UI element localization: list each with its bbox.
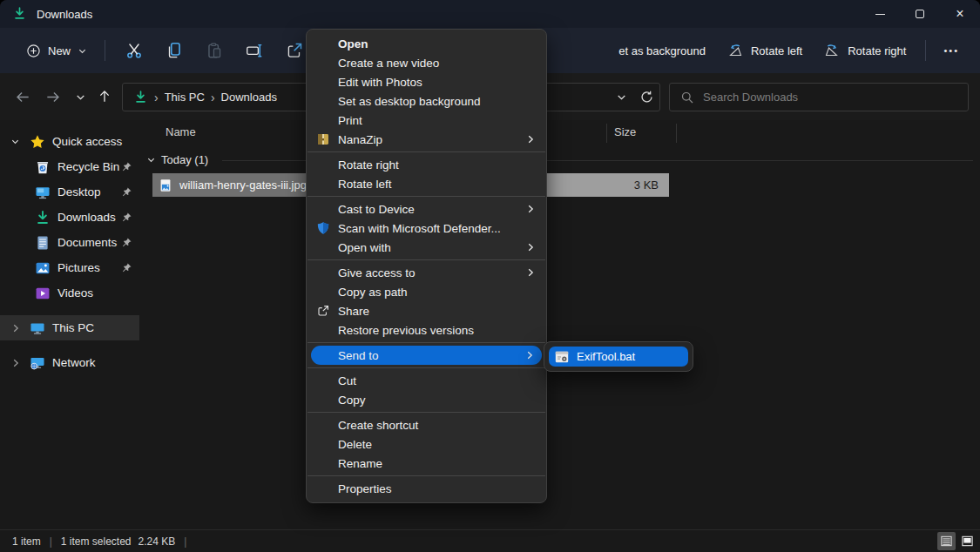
breadcrumb-downloads[interactable]: Downloads (221, 91, 277, 104)
sidebar-item-quick-access[interactable]: Quick access (0, 129, 139, 154)
context-menu-item-cast-to-device[interactable]: Cast to Device (307, 199, 546, 219)
context-menu-item-restore-previous-versions[interactable]: Restore previous versions (307, 320, 546, 340)
status-divider: | (50, 535, 52, 548)
copy-button[interactable] (154, 35, 194, 66)
file-pane: Name Size Today (1) william-henry-gates-… (139, 120, 980, 529)
rotate-right-button[interactable]: Rotate right (813, 37, 916, 64)
search-box[interactable] (669, 83, 969, 111)
up-arrow-icon (97, 89, 112, 104)
context-menu-item-share[interactable]: Share (307, 301, 546, 320)
rotate-left-label: Rotate left (751, 44, 802, 57)
column-header-name[interactable]: Name (166, 125, 196, 138)
status-bar: 1 item | 1 item selected 2.24 KB | (0, 529, 980, 552)
downloads-folder-icon (12, 6, 28, 22)
context-menu-item-cut[interactable]: Cut (307, 371, 546, 390)
rename-icon (245, 41, 264, 60)
sidebar-item-label: Quick access (52, 135, 122, 148)
context-menu-item-scan-with-microsoft-defender[interactable]: Scan with Microsoft Defender... (307, 219, 546, 238)
address-dropdown-button[interactable] (616, 91, 627, 103)
context-menu-item-rotate-left[interactable]: Rotate left (307, 174, 546, 193)
desktop-icon (35, 185, 51, 200)
sidebar-item-network[interactable]: Network (0, 350, 139, 375)
menu-item-label: Set as desktop background (338, 95, 481, 108)
close-button[interactable]: × (940, 0, 980, 28)
sidebar-item-pictures[interactable]: Pictures (0, 255, 139, 280)
paste-button[interactable] (194, 35, 234, 66)
toolbar-separator (105, 40, 105, 61)
rename-button[interactable] (234, 35, 274, 66)
context-menu-item-edit-with-photos[interactable]: Edit with Photos (307, 72, 546, 91)
submenu-item-exiftool-bat[interactable]: ExifTool.bat (549, 347, 688, 367)
view-toggle-group (937, 532, 977, 550)
breadcrumb-this-pc[interactable]: This PC (165, 91, 205, 104)
chevron-right-icon (525, 242, 536, 252)
sidebar-item-this-pc[interactable]: This PC (0, 315, 139, 340)
context-menu-item-create-shortcut[interactable]: Create shortcut (307, 415, 546, 434)
back-button[interactable] (10, 84, 35, 109)
context-menu-item-open[interactable]: Open (307, 34, 546, 53)
menu-separator (308, 342, 545, 343)
context-menu-item-open-with[interactable]: Open with (307, 238, 546, 257)
menu-item-label: Rotate right (338, 158, 399, 172)
new-button-label: New (48, 44, 71, 57)
thumbnail-view-button[interactable] (958, 532, 977, 550)
forward-button[interactable] (40, 84, 64, 109)
chevron-right-icon (525, 204, 536, 214)
column-divider[interactable] (676, 124, 677, 143)
menu-item-label: Delete (338, 438, 372, 451)
status-divider: | (184, 535, 186, 548)
search-icon (680, 91, 694, 104)
titlebar: Downloads × (0, 0, 980, 28)
context-menu-item-properties[interactable]: Properties (307, 479, 546, 498)
column-header-size[interactable]: Size (614, 125, 636, 138)
rotate-left-button[interactable]: Rotate left (716, 37, 813, 64)
menu-item-label: Copy as path (338, 286, 408, 299)
context-menu-item-send-to[interactable]: Send to (311, 346, 542, 365)
sidebar-item-label: Documents (57, 236, 117, 249)
context-menu-item-copy[interactable]: Copy (307, 390, 546, 409)
search-input[interactable] (703, 91, 938, 104)
chevron-down-icon[interactable] (10, 137, 21, 147)
pin-icon (121, 186, 132, 198)
sidebar-item-documents[interactable]: Documents (0, 230, 139, 255)
navigation-pane: Quick accessRecycle BinDesktopDownloadsD… (0, 120, 139, 529)
sidebar-item-desktop[interactable]: Desktop (0, 179, 139, 205)
context-menu-item-create-a-new-video[interactable]: Create a new video (307, 53, 546, 72)
menu-separator (308, 259, 545, 260)
set-as-background-button[interactable]: et as background (608, 39, 716, 63)
menu-item-label: Create shortcut (338, 419, 418, 432)
context-menu-item-rename[interactable]: Rename (307, 454, 546, 473)
sidebar-item-downloads[interactable]: Downloads (0, 205, 139, 230)
chevron-right-icon[interactable] (10, 358, 21, 368)
file-row-size-cell[interactable]: 3 KB (547, 173, 669, 197)
context-menu: OpenCreate a new videoEdit with PhotosSe… (306, 29, 547, 503)
chevron-right-icon[interactable] (10, 323, 21, 333)
up-button[interactable] (92, 84, 117, 109)
group-header-today[interactable]: Today (1) (146, 153, 208, 166)
sidebar-item-label: Network (52, 356, 96, 369)
menu-item-label: Rotate left (338, 178, 392, 191)
sidebar-item-videos[interactable]: Videos (0, 280, 139, 306)
details-view-button[interactable] (937, 532, 956, 550)
maximize-button[interactable] (900, 0, 940, 28)
context-menu-item-give-access-to[interactable]: Give access to (307, 263, 546, 282)
recent-locations-button[interactable] (68, 84, 92, 109)
sidebar-item-recycle-bin[interactable]: Recycle Bin (0, 154, 139, 179)
minimize-button[interactable] (860, 0, 900, 28)
sidebar-item-label: Desktop (57, 185, 101, 199)
context-menu-item-set-as-desktop-background[interactable]: Set as desktop background (307, 91, 546, 111)
see-more-button[interactable]: ••• (935, 40, 968, 61)
pin-icon (121, 212, 132, 223)
context-menu-item-nanazip[interactable]: NanaZip (307, 130, 546, 149)
context-menu-item-delete[interactable]: Delete (307, 434, 546, 454)
menu-item-label: Print (338, 114, 362, 127)
context-menu-item-rotate-right[interactable]: Rotate right (307, 155, 546, 174)
chevron-right-icon (524, 350, 535, 360)
column-divider[interactable] (606, 124, 607, 143)
refresh-button[interactable] (639, 90, 654, 104)
cut-button[interactable] (114, 35, 154, 66)
context-menu-item-print[interactable]: Print (307, 111, 546, 130)
new-button[interactable]: New (17, 38, 96, 64)
thumbnail-view-icon (961, 535, 974, 548)
context-menu-item-copy-as-path[interactable]: Copy as path (307, 282, 546, 301)
